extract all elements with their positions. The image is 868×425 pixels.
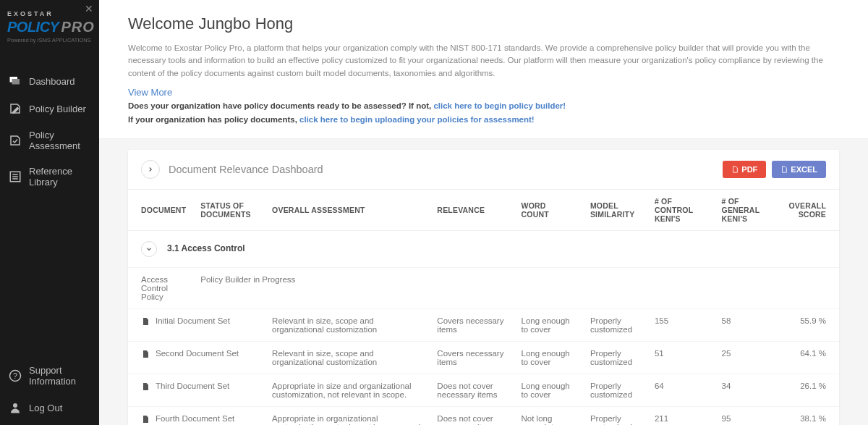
table-row: Third Document SetAppropriate in size an… [128, 374, 839, 406]
document-icon [141, 414, 150, 424]
view-more-link[interactable]: View More [128, 87, 172, 98]
nav-label: Policy Builder [29, 104, 86, 114]
cell-score: 38.1 % [781, 406, 839, 425]
brand-name2: PRO [61, 19, 94, 35]
page-title: Welcome Jungbo Hong [128, 14, 839, 33]
cell-wordcount: Long enough to cover [514, 374, 583, 406]
intro-text: Welcome to Exostar Policy Pro, a platfor… [128, 42, 839, 80]
check-doc-icon [9, 134, 22, 147]
cell-similarity: Properly customized [583, 341, 647, 374]
cell-score: 64.1 % [781, 341, 839, 374]
cell-control: 64 [647, 374, 715, 406]
cell-relevance: Does not cover necessary items [430, 406, 514, 425]
cell-relevance: Does not cover necessary items [430, 374, 514, 406]
cell-general: 25 [715, 341, 782, 374]
panel-title: Document Relevance Dashboard [169, 164, 717, 175]
btn-label: PDF [741, 165, 757, 174]
cell-doc: Fourth Document Set [128, 406, 265, 425]
document-icon [141, 316, 150, 327]
col-control: # OF CONTROL KENI'S [647, 190, 715, 231]
cell-similarity: Properly customized [583, 406, 647, 425]
cell-score: 55.9 % [781, 308, 839, 341]
sidebar-item-policy-assessment[interactable]: Policy Assessment [0, 122, 99, 159]
sidebar: ✕ EXOSTAR POLICY PRO Powered by ISMS APP… [0, 0, 99, 425]
col-general: # OF GENERAL KENI'S [715, 190, 782, 231]
document-icon [141, 382, 150, 392]
sidebar-item-reference-library[interactable]: Reference Library [0, 159, 99, 195]
cell-control: 155 [647, 308, 715, 341]
table-row: Fourth Document SetAppropriate in organi… [128, 406, 839, 425]
user-icon [9, 401, 22, 414]
sidebar-item-logout[interactable]: Log Out [0, 394, 99, 421]
col-status: STATUS OF DOCUMENTS [193, 190, 265, 231]
begin-upload-link[interactable]: click here to begin uploading your polic… [299, 115, 535, 124]
welcome-block: Welcome Jungbo Hong Welcome to Exostar P… [99, 0, 868, 139]
col-assessment: OVERALL ASSESSMENT [265, 190, 430, 231]
close-icon[interactable]: ✕ [85, 3, 93, 14]
nav-label: Reference Library [29, 166, 90, 188]
col-relevance: RELEVANCE [430, 190, 514, 231]
prompt1-text: Does your organization have policy docum… [128, 101, 433, 110]
prompt2-text: If your organization has policy document… [128, 115, 299, 124]
cell-control: 51 [647, 341, 715, 374]
cell-wordcount: Not long enough to cover [514, 406, 583, 425]
cell-assessment: Relevant in size, scope and organization… [265, 308, 430, 341]
cell-doc: Initial Document Set [128, 308, 265, 341]
relevance-table: DOCUMENT STATUS OF DOCUMENTS OVERALL ASS… [128, 190, 839, 425]
pdf-icon [731, 166, 739, 173]
help-icon: ? [9, 369, 22, 382]
cell-relevance: Covers necessary items [430, 341, 514, 374]
cell-wordcount: Long enough to cover [514, 308, 583, 341]
section-toggle[interactable] [141, 241, 157, 257]
col-similarity: MODEL SIMILARITY [583, 190, 647, 231]
cell-doc: Third Document Set [128, 374, 265, 406]
cell-relevance: Covers necessary items [430, 308, 514, 341]
svg-text:?: ? [13, 371, 17, 380]
brand-tagline: Powered by ISMS APPLICATIONS [7, 37, 92, 43]
table-row: Initial Document SetRelevant in size, sc… [128, 308, 839, 341]
sidebar-item-dashboard[interactable]: Dashboard [0, 67, 99, 95]
cell-control: 211 [647, 406, 715, 425]
col-wordcount: WORD COUNT [514, 190, 583, 231]
nav-label: Log Out [29, 403, 62, 413]
cell-assessment: Relevant in size, scope and organization… [265, 341, 430, 374]
cell-doc: Second Document Set [128, 341, 265, 374]
document-icon [141, 349, 150, 359]
cell-similarity: Properly customized [583, 374, 647, 406]
cell-assessment: Appropriate in organizational customizat… [265, 406, 430, 425]
btn-label: EXCEL [791, 165, 817, 174]
begin-builder-link[interactable]: click here to begin policy builder! [433, 101, 566, 110]
svg-point-9 [13, 403, 17, 408]
cell-general: 58 [715, 308, 782, 341]
relevance-panel: Document Relevance Dashboard PDF EXCEL [128, 150, 839, 425]
excel-icon [780, 166, 788, 173]
svg-rect-2 [12, 79, 20, 85]
edit-icon [9, 102, 22, 115]
panel-toggle[interactable] [141, 160, 160, 179]
cell-similarity: Properly customized [583, 308, 647, 341]
export-pdf-button[interactable]: PDF [723, 161, 766, 178]
sidebar-item-support[interactable]: ? Support Information [0, 358, 99, 394]
cell-general: 34 [715, 374, 782, 406]
nav-label: Policy Assessment [29, 130, 90, 151]
cell-general: 95 [715, 406, 782, 425]
brand-line1: EXOSTAR [7, 10, 92, 17]
nav-label: Support Information [29, 365, 90, 387]
sub-doc: Access Control Policy [128, 267, 193, 308]
chevron-right-icon [147, 166, 154, 173]
col-document: DOCUMENT [128, 190, 193, 231]
sub-status: Policy Builder in Progress [193, 267, 839, 308]
library-icon [9, 170, 22, 183]
sidebar-item-policy-builder[interactable]: Policy Builder [0, 95, 99, 122]
dashboard-icon [9, 75, 22, 88]
cell-score: 26.1 % [781, 374, 839, 406]
export-excel-button[interactable]: EXCEL [772, 161, 826, 178]
brand-name1: POLICY [7, 19, 59, 35]
cell-assessment: Appropriate in size and organizational c… [265, 374, 430, 406]
nav-label: Dashboard [29, 76, 75, 87]
col-score: OVERALL SCORE [781, 190, 839, 231]
section-title: 3.1 Access Control [167, 243, 245, 253]
table-row: Second Document SetRelevant in size, sco… [128, 341, 839, 374]
cell-wordcount: Long enough to cover [514, 341, 583, 374]
